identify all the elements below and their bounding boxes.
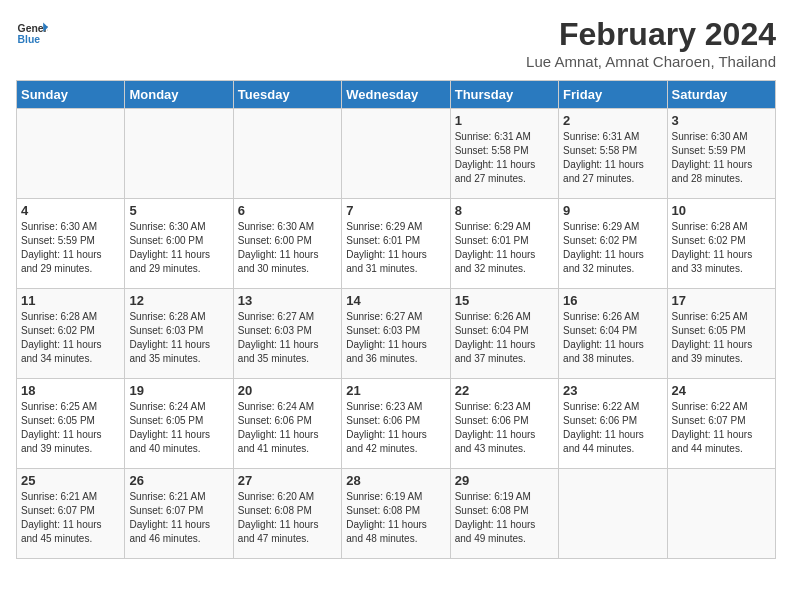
calendar-cell	[667, 469, 775, 559]
day-number: 15	[455, 293, 554, 308]
calendar-cell: 2Sunrise: 6:31 AM Sunset: 5:58 PM Daylig…	[559, 109, 667, 199]
calendar-cell: 13Sunrise: 6:27 AM Sunset: 6:03 PM Dayli…	[233, 289, 341, 379]
day-number: 14	[346, 293, 445, 308]
week-row-1: 4Sunrise: 6:30 AM Sunset: 5:59 PM Daylig…	[17, 199, 776, 289]
day-number: 23	[563, 383, 662, 398]
day-info: Sunrise: 6:30 AM Sunset: 6:00 PM Dayligh…	[238, 220, 337, 276]
calendar-cell: 10Sunrise: 6:28 AM Sunset: 6:02 PM Dayli…	[667, 199, 775, 289]
title-area: February 2024 Lue Amnat, Amnat Charoen, …	[526, 16, 776, 70]
day-info: Sunrise: 6:24 AM Sunset: 6:05 PM Dayligh…	[129, 400, 228, 456]
day-info: Sunrise: 6:29 AM Sunset: 6:01 PM Dayligh…	[455, 220, 554, 276]
day-info: Sunrise: 6:19 AM Sunset: 6:08 PM Dayligh…	[455, 490, 554, 546]
logo: General Blue	[16, 16, 48, 48]
calendar-cell	[342, 109, 450, 199]
day-number: 25	[21, 473, 120, 488]
day-number: 4	[21, 203, 120, 218]
day-info: Sunrise: 6:24 AM Sunset: 6:06 PM Dayligh…	[238, 400, 337, 456]
calendar-cell	[559, 469, 667, 559]
day-number: 26	[129, 473, 228, 488]
day-header-wednesday: Wednesday	[342, 81, 450, 109]
day-number: 18	[21, 383, 120, 398]
day-info: Sunrise: 6:26 AM Sunset: 6:04 PM Dayligh…	[455, 310, 554, 366]
page-title: February 2024	[526, 16, 776, 53]
day-info: Sunrise: 6:30 AM Sunset: 5:59 PM Dayligh…	[21, 220, 120, 276]
svg-text:Blue: Blue	[18, 34, 41, 45]
day-number: 6	[238, 203, 337, 218]
day-header-monday: Monday	[125, 81, 233, 109]
day-info: Sunrise: 6:21 AM Sunset: 6:07 PM Dayligh…	[129, 490, 228, 546]
day-number: 11	[21, 293, 120, 308]
calendar-cell: 21Sunrise: 6:23 AM Sunset: 6:06 PM Dayli…	[342, 379, 450, 469]
day-number: 13	[238, 293, 337, 308]
calendar-cell: 18Sunrise: 6:25 AM Sunset: 6:05 PM Dayli…	[17, 379, 125, 469]
week-row-4: 25Sunrise: 6:21 AM Sunset: 6:07 PM Dayli…	[17, 469, 776, 559]
calendar-cell: 26Sunrise: 6:21 AM Sunset: 6:07 PM Dayli…	[125, 469, 233, 559]
week-row-3: 18Sunrise: 6:25 AM Sunset: 6:05 PM Dayli…	[17, 379, 776, 469]
page-subtitle: Lue Amnat, Amnat Charoen, Thailand	[526, 53, 776, 70]
day-info: Sunrise: 6:28 AM Sunset: 6:03 PM Dayligh…	[129, 310, 228, 366]
day-number: 20	[238, 383, 337, 398]
day-number: 2	[563, 113, 662, 128]
day-info: Sunrise: 6:25 AM Sunset: 6:05 PM Dayligh…	[21, 400, 120, 456]
day-number: 29	[455, 473, 554, 488]
day-number: 7	[346, 203, 445, 218]
calendar-cell: 14Sunrise: 6:27 AM Sunset: 6:03 PM Dayli…	[342, 289, 450, 379]
day-number: 9	[563, 203, 662, 218]
day-number: 22	[455, 383, 554, 398]
day-info: Sunrise: 6:23 AM Sunset: 6:06 PM Dayligh…	[346, 400, 445, 456]
day-number: 17	[672, 293, 771, 308]
day-info: Sunrise: 6:29 AM Sunset: 6:01 PM Dayligh…	[346, 220, 445, 276]
day-info: Sunrise: 6:19 AM Sunset: 6:08 PM Dayligh…	[346, 490, 445, 546]
day-number: 8	[455, 203, 554, 218]
calendar-cell: 11Sunrise: 6:28 AM Sunset: 6:02 PM Dayli…	[17, 289, 125, 379]
calendar-cell	[233, 109, 341, 199]
day-info: Sunrise: 6:25 AM Sunset: 6:05 PM Dayligh…	[672, 310, 771, 366]
day-info: Sunrise: 6:20 AM Sunset: 6:08 PM Dayligh…	[238, 490, 337, 546]
day-number: 10	[672, 203, 771, 218]
calendar-cell	[17, 109, 125, 199]
day-header-friday: Friday	[559, 81, 667, 109]
calendar-cell: 23Sunrise: 6:22 AM Sunset: 6:06 PM Dayli…	[559, 379, 667, 469]
day-number: 24	[672, 383, 771, 398]
day-number: 16	[563, 293, 662, 308]
day-number: 1	[455, 113, 554, 128]
calendar-cell: 7Sunrise: 6:29 AM Sunset: 6:01 PM Daylig…	[342, 199, 450, 289]
day-header-tuesday: Tuesday	[233, 81, 341, 109]
calendar-cell: 5Sunrise: 6:30 AM Sunset: 6:00 PM Daylig…	[125, 199, 233, 289]
calendar-cell: 28Sunrise: 6:19 AM Sunset: 6:08 PM Dayli…	[342, 469, 450, 559]
calendar-cell: 24Sunrise: 6:22 AM Sunset: 6:07 PM Dayli…	[667, 379, 775, 469]
calendar-cell: 19Sunrise: 6:24 AM Sunset: 6:05 PM Dayli…	[125, 379, 233, 469]
day-info: Sunrise: 6:23 AM Sunset: 6:06 PM Dayligh…	[455, 400, 554, 456]
calendar-cell: 8Sunrise: 6:29 AM Sunset: 6:01 PM Daylig…	[450, 199, 558, 289]
day-header-thursday: Thursday	[450, 81, 558, 109]
day-info: Sunrise: 6:29 AM Sunset: 6:02 PM Dayligh…	[563, 220, 662, 276]
calendar-table: SundayMondayTuesdayWednesdayThursdayFrid…	[16, 80, 776, 559]
calendar-cell: 20Sunrise: 6:24 AM Sunset: 6:06 PM Dayli…	[233, 379, 341, 469]
day-info: Sunrise: 6:26 AM Sunset: 6:04 PM Dayligh…	[563, 310, 662, 366]
day-info: Sunrise: 6:28 AM Sunset: 6:02 PM Dayligh…	[21, 310, 120, 366]
calendar-cell: 3Sunrise: 6:30 AM Sunset: 5:59 PM Daylig…	[667, 109, 775, 199]
day-number: 27	[238, 473, 337, 488]
day-number: 12	[129, 293, 228, 308]
day-info: Sunrise: 6:21 AM Sunset: 6:07 PM Dayligh…	[21, 490, 120, 546]
week-row-0: 1Sunrise: 6:31 AM Sunset: 5:58 PM Daylig…	[17, 109, 776, 199]
day-info: Sunrise: 6:27 AM Sunset: 6:03 PM Dayligh…	[238, 310, 337, 366]
calendar-cell: 16Sunrise: 6:26 AM Sunset: 6:04 PM Dayli…	[559, 289, 667, 379]
calendar-cell: 4Sunrise: 6:30 AM Sunset: 5:59 PM Daylig…	[17, 199, 125, 289]
header-row: SundayMondayTuesdayWednesdayThursdayFrid…	[17, 81, 776, 109]
day-info: Sunrise: 6:30 AM Sunset: 6:00 PM Dayligh…	[129, 220, 228, 276]
day-info: Sunrise: 6:22 AM Sunset: 6:06 PM Dayligh…	[563, 400, 662, 456]
calendar-cell: 12Sunrise: 6:28 AM Sunset: 6:03 PM Dayli…	[125, 289, 233, 379]
calendar-cell: 6Sunrise: 6:30 AM Sunset: 6:00 PM Daylig…	[233, 199, 341, 289]
week-row-2: 11Sunrise: 6:28 AM Sunset: 6:02 PM Dayli…	[17, 289, 776, 379]
day-number: 19	[129, 383, 228, 398]
day-info: Sunrise: 6:31 AM Sunset: 5:58 PM Dayligh…	[563, 130, 662, 186]
calendar-cell: 1Sunrise: 6:31 AM Sunset: 5:58 PM Daylig…	[450, 109, 558, 199]
day-info: Sunrise: 6:28 AM Sunset: 6:02 PM Dayligh…	[672, 220, 771, 276]
day-number: 3	[672, 113, 771, 128]
day-info: Sunrise: 6:27 AM Sunset: 6:03 PM Dayligh…	[346, 310, 445, 366]
calendar-cell: 22Sunrise: 6:23 AM Sunset: 6:06 PM Dayli…	[450, 379, 558, 469]
calendar-cell: 15Sunrise: 6:26 AM Sunset: 6:04 PM Dayli…	[450, 289, 558, 379]
calendar-cell: 9Sunrise: 6:29 AM Sunset: 6:02 PM Daylig…	[559, 199, 667, 289]
day-number: 5	[129, 203, 228, 218]
